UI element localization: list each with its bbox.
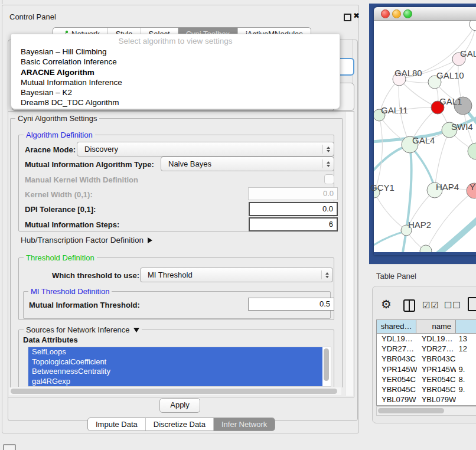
network-edge-thick[interactable] [374,231,407,251]
tab-label: Infer Network [221,418,267,431]
table-row[interactable]: YDR27…YDR27…12 [377,344,476,354]
network-node[interactable] [420,245,432,252]
mi-threshold-definition-title: MI Threshold Definition [28,287,112,296]
table-row[interactable]: YBL079WYBL079W [377,394,476,405]
network-edge[interactable] [374,193,406,230]
table-row[interactable]: YBR045CYBR045C9. [377,384,476,394]
table-cell: 8. [456,374,476,384]
float-panel-icon[interactable] [344,14,351,21]
table-row[interactable]: YLR345WYLR345W9. [377,405,476,406]
zoom-window-icon[interactable] [403,9,412,18]
gear-icon[interactable]: ⚙ [381,298,392,310]
network-canvas[interactable]: GALGAL80GAL10GAL1GAL11SWI4GAL4GCY1HAP4YH… [374,21,476,252]
attributes-scrollbar[interactable] [322,347,330,386]
network-edge[interactable] [374,115,382,193]
kernel-width-field[interactable]: 0.0 [248,187,338,200]
settings-horizontal-scrollbar-thumb[interactable] [11,389,337,394]
close-window-icon[interactable] [381,9,390,18]
window-edge-tick [2,0,2,4]
data-attributes-list: SelfLoopsTopologicalCoefficientBetweenne… [28,347,331,387]
table-cell: YDR27… [417,344,457,354]
algorithm-dropdown-prompt: Select algorithm to view settings [11,34,340,47]
column-header-hidden[interactable] [456,320,476,333]
table-cell: YPR145W [377,364,417,374]
node-attribute-table: shared…name YDL19…YDL19…13YDR27…YDR27…12… [376,319,476,406]
algorithm-item-aracne-algorithm[interactable]: ARACNE Algorithm [11,67,340,77]
data-attributes-label: Data Attributes [23,335,78,344]
bottom-tabbar: Impute DataDiscretize DataInfer Network [87,418,275,431]
table-header-row: shared…name [377,320,476,334]
node-label-gal80: GAL80 [395,68,422,78]
tab-label: Discretize Data [154,418,206,431]
columns-icon[interactable] [403,299,415,312]
algorithm-item-bayesian-hill-climbing[interactable]: Bayesian – Hill Climbing [11,47,340,57]
network-edge[interactable] [435,130,449,190]
node-label-gal4: GAL4 [412,135,435,145]
table-horizontal-scrollbar-thumb[interactable] [378,408,444,413]
mi-threshold-field[interactable]: 0.5 [248,298,334,311]
table-cell: 9. [456,364,476,374]
algorithm-dropdown-items: Bayesian – Hill ClimbingBasic Correlatio… [11,47,340,108]
manual-kernel-width-checkbox[interactable] [324,174,334,184]
algorithm-item-basic-correlation-inference[interactable]: Basic Correlation Inference [11,57,340,67]
tab-discretize-data[interactable]: Discretize Data [145,418,213,431]
minimized-panel-chip[interactable] [3,444,16,450]
table-cell [456,354,476,364]
column-header-shared-[interactable]: shared… [377,320,416,333]
algorithm-item-bayesian-k2[interactable]: Bayesian – K2 [11,87,340,97]
minimize-window-icon[interactable] [392,9,401,18]
kernel-width-label: Kernel Width (0,1): [25,190,93,199]
mi-algorithm-type-value: Naive Bayes [161,159,322,168]
file-icon[interactable] [468,297,476,311]
table-cell: YBL079W [377,394,417,405]
node-label-y: Y [470,182,475,192]
sources-group-title: Sources for Network Inference [24,325,142,334]
algorithm-item-mutual-information-inference[interactable]: Mutual Information Inference [11,77,340,87]
node-label-gal11: GAL11 [381,105,408,115]
column-header-name[interactable]: name [416,320,456,333]
attribute-item-betweennesscentrality[interactable]: BetweennessCentrality [28,367,322,377]
expander-collapsed-icon [148,237,152,243]
deselect-all-icon[interactable]: ☐☐ [444,300,461,311]
table-row[interactable]: YBR043CYBR043C [377,354,476,364]
dpi-tolerance-field[interactable]: 0.0 [249,202,338,216]
table-cell: 12 [456,344,476,354]
table-row[interactable]: YER054CYER054C8. [377,374,476,384]
close-panel-icon[interactable] [353,11,360,20]
node-label-gal1: GAL1 [439,96,462,106]
hub-definition-expander[interactable]: Hub/Transcription Factor Definition [21,236,152,244]
table-cell: YPR145W [417,364,457,374]
table-cell: YDL19… [417,334,457,344]
network-window-titlebar[interactable] [374,7,476,21]
table-cell: YER054C [377,374,417,384]
table-horizontal-scrollbar[interactable] [376,406,476,416]
table-cell: YDR27… [377,344,417,354]
attributes-scrollbar-thumb[interactable] [324,348,329,381]
tab-impute-data[interactable]: Impute Data [88,418,145,431]
apply-button[interactable]: Apply [159,398,200,413]
table-row[interactable]: YDL19…YDL19…13 [377,334,476,344]
select-all-icon[interactable]: ☑☑ [422,300,439,311]
network-node[interactable] [468,143,476,159]
mi-steps-label: Mutual Information Steps: [25,220,119,229]
network-node[interactable] [470,21,476,31]
attribute-item-selfloops[interactable]: SelfLoops [28,347,322,357]
network-edge-thick[interactable] [435,218,476,252]
which-threshold-select[interactable]: MI Threshold [140,268,333,282]
tab-infer-network[interactable]: Infer Network [213,418,275,431]
aracne-mode-select[interactable]: Discovery [77,142,334,156]
sources-title-text: Sources for Network Inference [26,325,130,334]
algorithm-item-dream8-dc-tdc-algorithm[interactable]: Dream8 DC_TDC Algorithm [11,97,340,107]
attribute-item-gal4rgexp[interactable]: gal4RGexp [28,377,322,387]
mi-algorithm-type-select[interactable]: Naive Bayes [161,156,334,171]
table-cell: YBR045C [377,384,417,394]
settings-horizontal-scrollbar[interactable] [9,387,341,395]
mi-steps-field[interactable]: 6 [249,217,338,231]
which-threshold-value: MI Threshold [141,270,321,279]
aracne-mode-label: Aracne Mode: [25,145,76,154]
settings-vertical-scrollbar[interactable] [345,112,353,396]
data-attributes-items: SelfLoopsTopologicalCoefficientBetweenne… [28,347,322,386]
table-row[interactable]: YPR145WYPR145W9. [377,364,476,374]
attribute-item-topologicalcoefficient[interactable]: TopologicalCoefficient [28,357,322,367]
algorithm-dropdown-popup: Select algorithm to view settings Bayesi… [11,34,340,109]
